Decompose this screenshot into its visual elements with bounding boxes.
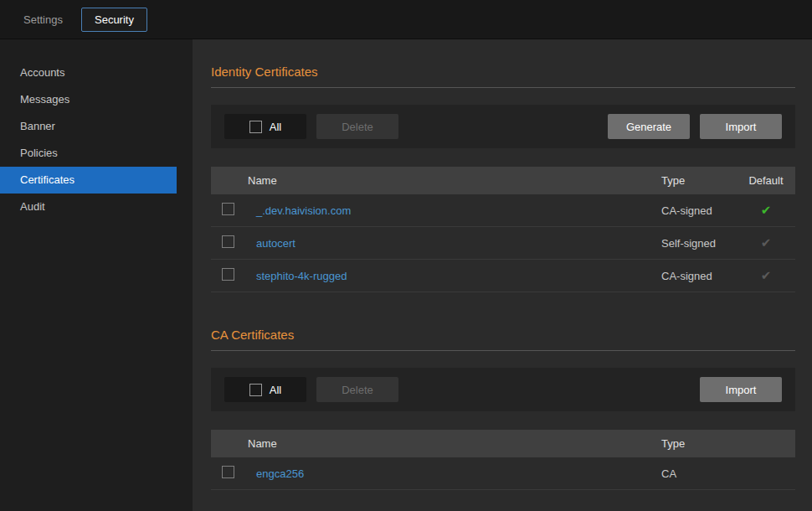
ca-select-all-button[interactable]: All: [224, 377, 306, 402]
row-checkbox[interactable]: [222, 268, 234, 281]
sidebar-item-certificates[interactable]: Certificates: [0, 167, 177, 194]
identity-import-button[interactable]: Import: [700, 114, 782, 139]
ca-import-button[interactable]: Import: [700, 377, 782, 402]
certificate-type: CA: [653, 467, 795, 480]
certificate-type: CA-signed: [653, 270, 737, 282]
ca-toolbar-right: Import: [700, 377, 782, 402]
table-row: stephito-4k-rugged CA-signed ✔: [211, 260, 795, 292]
default-check-icon[interactable]: ✔: [761, 235, 772, 250]
identity-toolbar: All Delete Generate Import: [211, 105, 795, 148]
certificate-type: CA-signed: [653, 204, 737, 217]
sidebar: Accounts Messages Banner Policies Certif…: [0, 39, 193, 511]
table-row: engca256 CA: [211, 457, 795, 490]
identity-toolbar-right: Generate Import: [608, 114, 782, 139]
row-checkbox[interactable]: [222, 466, 234, 478]
header-default: Default: [737, 174, 795, 187]
identity-toolbar-left: All Delete: [224, 114, 398, 139]
select-all-checkbox[interactable]: [249, 121, 262, 133]
ca-delete-button[interactable]: Delete: [316, 377, 398, 402]
certificate-type: Self-signed: [653, 237, 737, 250]
tab-settings[interactable]: Settings: [23, 13, 63, 26]
ca-certificates-table: Name Type engca256 CA: [211, 430, 795, 490]
certificate-link[interactable]: stephito-4k-rugged: [256, 270, 347, 282]
row-checkbox[interactable]: [222, 203, 234, 215]
sidebar-item-audit[interactable]: Audit: [0, 194, 177, 220]
sidebar-item-policies[interactable]: Policies: [0, 140, 177, 167]
sidebar-item-banner[interactable]: Banner: [0, 113, 177, 140]
identity-select-all-button[interactable]: All: [224, 114, 306, 139]
identity-certificates-section: Identity Certificates All Delete Generat…: [211, 65, 795, 292]
identity-generate-button[interactable]: Generate: [608, 114, 690, 139]
ca-section-title: CA Certificates: [211, 328, 795, 342]
identity-section-title: Identity Certificates: [211, 65, 795, 79]
top-bar: Settings Security: [0, 0, 812, 39]
header-type: Type: [653, 174, 737, 187]
main-content: Identity Certificates All Delete Generat…: [193, 39, 812, 511]
identity-certificates-table: Name Type Default _.dev.haivision.com CA…: [211, 167, 795, 292]
sidebar-item-accounts[interactable]: Accounts: [0, 59, 177, 86]
row-checkbox[interactable]: [222, 235, 234, 248]
header-name: Name: [211, 437, 653, 450]
row-checkbox-cell: [211, 268, 248, 283]
select-all-label: All: [270, 121, 281, 133]
ca-toolbar-left: All Delete: [224, 377, 398, 402]
section-divider: [211, 350, 795, 351]
table-row: autocert Self-signed ✔: [211, 227, 795, 260]
certificate-link[interactable]: _.dev.haivision.com: [256, 204, 351, 217]
row-checkbox-cell: [211, 203, 248, 218]
ca-table-header: Name Type: [211, 430, 795, 457]
identity-table-header: Name Type Default: [211, 167, 795, 194]
sidebar-item-messages[interactable]: Messages: [0, 86, 177, 113]
default-check-icon[interactable]: ✔: [761, 203, 772, 217]
tab-security[interactable]: Security: [81, 8, 147, 32]
identity-delete-button[interactable]: Delete: [316, 114, 398, 139]
row-checkbox-cell: [211, 466, 248, 481]
select-all-label: All: [270, 384, 281, 396]
ca-certificates-section: CA Certificates All Delete Import Name: [211, 328, 795, 490]
default-check-icon[interactable]: ✔: [761, 268, 772, 282]
select-all-checkbox[interactable]: [249, 384, 262, 396]
certificate-link[interactable]: autocert: [256, 237, 296, 250]
certificate-link[interactable]: engca256: [256, 467, 304, 480]
ca-toolbar: All Delete Import: [211, 368, 795, 411]
row-checkbox-cell: [211, 235, 248, 250]
header-name: Name: [211, 174, 653, 187]
table-row: _.dev.haivision.com CA-signed ✔: [211, 194, 795, 227]
section-divider: [211, 87, 795, 88]
header-type: Type: [653, 437, 795, 450]
page-shell: Accounts Messages Banner Policies Certif…: [0, 39, 812, 511]
